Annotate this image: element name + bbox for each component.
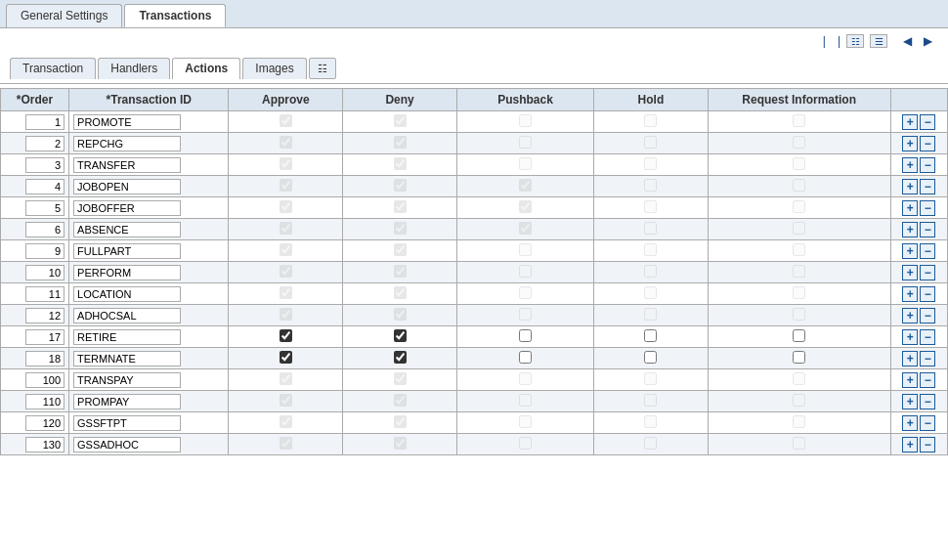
reqinfo-checkbox[interactable] <box>793 222 805 235</box>
order-input[interactable] <box>25 437 65 452</box>
add-row-button[interactable]: + <box>902 351 918 366</box>
sub-tab-images[interactable]: Images <box>242 58 306 79</box>
reqinfo-checkbox[interactable] <box>793 157 805 170</box>
order-input[interactable] <box>25 308 65 323</box>
pushback-checkbox[interactable] <box>519 351 532 364</box>
prev-icon[interactable]: ◀ <box>903 34 912 48</box>
approve-checkbox[interactable] <box>280 394 292 407</box>
remove-row-button[interactable]: − <box>920 114 935 130</box>
remove-row-button[interactable]: − <box>920 415 935 431</box>
hold-checkbox[interactable] <box>644 308 657 321</box>
next-icon[interactable]: ▶ <box>924 34 932 48</box>
transaction-id-input[interactable] <box>73 179 181 194</box>
hold-checkbox[interactable] <box>644 286 657 299</box>
add-row-button[interactable]: + <box>902 265 918 280</box>
top-tab-transactions[interactable]: Transactions <box>124 4 226 27</box>
pushback-checkbox[interactable] <box>519 394 532 407</box>
approve-checkbox[interactable] <box>280 329 292 342</box>
order-input[interactable] <box>25 179 65 194</box>
add-row-button[interactable]: + <box>902 114 918 130</box>
transaction-id-input[interactable] <box>73 308 181 323</box>
remove-row-button[interactable]: − <box>920 200 935 216</box>
remove-row-button[interactable]: − <box>920 222 935 237</box>
sub-tab-transaction[interactable]: Transaction <box>10 58 96 79</box>
pushback-checkbox[interactable] <box>519 157 532 170</box>
deny-checkbox[interactable] <box>394 157 407 170</box>
transaction-id-input[interactable] <box>73 286 181 302</box>
hold-checkbox[interactable] <box>644 437 657 450</box>
remove-row-button[interactable]: − <box>920 329 935 345</box>
order-input[interactable] <box>25 329 65 345</box>
approve-checkbox[interactable] <box>280 286 292 299</box>
deny-checkbox[interactable] <box>394 415 407 428</box>
pushback-checkbox[interactable] <box>519 372 532 385</box>
approve-checkbox[interactable] <box>280 179 292 192</box>
transaction-id-input[interactable] <box>73 222 181 237</box>
sub-tab-handlers[interactable]: Handlers <box>98 58 170 79</box>
deny-checkbox[interactable] <box>394 179 407 192</box>
add-row-button[interactable]: + <box>902 136 918 151</box>
approve-checkbox[interactable] <box>280 308 292 321</box>
pushback-checkbox[interactable] <box>519 415 532 428</box>
hold-checkbox[interactable] <box>644 329 657 342</box>
deny-checkbox[interactable] <box>394 394 407 407</box>
pushback-checkbox[interactable] <box>519 136 532 149</box>
deny-checkbox[interactable] <box>394 265 407 278</box>
deny-checkbox[interactable] <box>394 200 407 213</box>
order-input[interactable] <box>25 351 65 366</box>
deny-checkbox[interactable] <box>394 308 407 321</box>
hold-checkbox[interactable] <box>644 415 657 428</box>
approve-checkbox[interactable] <box>280 351 292 364</box>
approve-checkbox[interactable] <box>280 415 292 428</box>
hold-checkbox[interactable] <box>644 114 657 127</box>
order-input[interactable] <box>25 200 65 216</box>
reqinfo-checkbox[interactable] <box>793 372 805 385</box>
order-input[interactable] <box>25 157 65 173</box>
order-input[interactable] <box>25 136 65 151</box>
transaction-id-input[interactable] <box>73 243 181 259</box>
reqinfo-checkbox[interactable] <box>793 394 805 407</box>
pushback-checkbox[interactable] <box>519 179 532 192</box>
reqinfo-checkbox[interactable] <box>793 179 805 192</box>
approve-checkbox[interactable] <box>280 200 292 213</box>
deny-checkbox[interactable] <box>394 136 407 149</box>
pushback-checkbox[interactable] <box>519 114 532 127</box>
deny-checkbox[interactable] <box>394 222 407 235</box>
order-input[interactable] <box>25 372 65 388</box>
transaction-id-input[interactable] <box>73 329 181 345</box>
deny-checkbox[interactable] <box>394 351 407 364</box>
pushback-checkbox[interactable] <box>519 437 532 450</box>
add-row-button[interactable]: + <box>902 286 918 302</box>
sub-tab-icon-btn[interactable]: ☷ <box>309 58 336 79</box>
hold-checkbox[interactable] <box>644 351 657 364</box>
approve-checkbox[interactable] <box>280 243 292 256</box>
remove-row-button[interactable]: − <box>920 394 935 409</box>
reqinfo-checkbox[interactable] <box>793 415 805 428</box>
approve-checkbox[interactable] <box>280 157 292 170</box>
add-row-button[interactable]: + <box>902 243 918 259</box>
add-row-button[interactable]: + <box>902 415 918 431</box>
reqinfo-checkbox[interactable] <box>793 308 805 321</box>
reqinfo-checkbox[interactable] <box>793 351 805 364</box>
pushback-checkbox[interactable] <box>519 308 532 321</box>
reqinfo-checkbox[interactable] <box>793 329 805 342</box>
approve-checkbox[interactable] <box>280 265 292 278</box>
add-row-button[interactable]: + <box>902 437 918 452</box>
deny-checkbox[interactable] <box>394 114 407 127</box>
top-tab-general-settings[interactable]: General Settings <box>6 4 122 27</box>
remove-row-button[interactable]: − <box>920 351 935 366</box>
pushback-checkbox[interactable] <box>519 286 532 299</box>
hold-checkbox[interactable] <box>644 265 657 278</box>
order-input[interactable] <box>25 394 65 409</box>
order-input[interactable] <box>25 415 65 431</box>
add-row-button[interactable]: + <box>902 200 918 216</box>
add-row-button[interactable]: + <box>902 394 918 409</box>
add-row-button[interactable]: + <box>902 179 918 194</box>
hold-checkbox[interactable] <box>644 222 657 235</box>
approve-checkbox[interactable] <box>280 372 292 385</box>
remove-row-button[interactable]: − <box>920 243 935 259</box>
deny-checkbox[interactable] <box>394 329 407 342</box>
add-row-button[interactable]: + <box>902 308 918 323</box>
sub-tab-actions[interactable]: Actions <box>172 58 240 79</box>
transaction-id-input[interactable] <box>73 200 181 216</box>
